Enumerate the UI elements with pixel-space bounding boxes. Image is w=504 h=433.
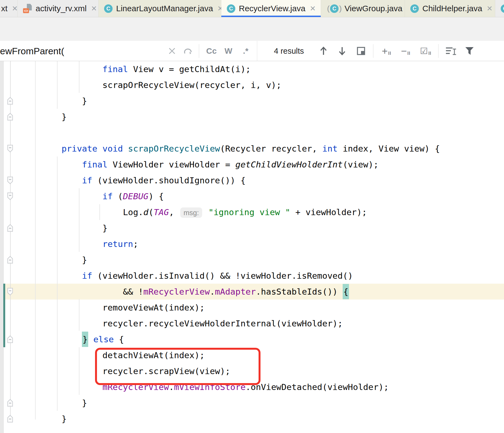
fold-collapse-icon[interactable] xyxy=(7,287,13,296)
tab-c[interactable]: C xyxy=(495,0,504,17)
regex-toggle[interactable]: .* xyxy=(238,41,254,61)
find-bar: ewFromParent( Cc W .* 4 results +II −II … xyxy=(0,41,504,61)
class-icon: C xyxy=(104,4,113,13)
fold-end-icon[interactable] xyxy=(7,256,13,264)
code-line-23: } xyxy=(41,411,504,427)
code-line-8: if (viewHolder.shouldIgnore()) { xyxy=(41,172,504,188)
code-line-1: final View v = getChildAt(i); xyxy=(41,61,504,77)
fold-end-icon[interactable] xyxy=(7,415,13,423)
open-in-find-window-icon[interactable] xyxy=(354,41,368,61)
code-line-3: } xyxy=(41,93,504,109)
gutter-strip xyxy=(0,61,4,433)
ide-window: { "tabs": [ {"label":"xt","kind":"partia… xyxy=(0,0,504,433)
code-line-16: removeViewAt(index); xyxy=(41,300,504,315)
code-line-14: if (viewHolder.isInvalid() && !viewHolde… xyxy=(41,268,504,284)
tab-label: ViewGroup.java xyxy=(345,4,402,13)
fold-collapse-icon[interactable] xyxy=(7,176,13,184)
tab-childhelper-java[interactable]: CChildHelper.java✕ xyxy=(405,0,495,17)
breadcrumb-strip xyxy=(0,17,504,41)
code-line-2: scrapOrRecycleView(recycler, i, v); xyxy=(41,77,504,93)
code-line-4: } xyxy=(41,109,504,125)
tab-label: LinearLayoutManager.java xyxy=(116,4,213,13)
code-line-6: private void scrapOrRecycleView(Recycler… xyxy=(41,141,504,156)
decompiled-paren: ( xyxy=(327,4,330,13)
annotation-red-box xyxy=(95,348,260,385)
add-occurrence-icon[interactable]: +II xyxy=(377,41,396,61)
class-icon: C xyxy=(501,4,504,13)
divider xyxy=(373,44,373,58)
editor-tab-bar: xt✕<>activity_rv.xml✕CLinearLayoutManage… xyxy=(0,0,504,17)
search-history-icon[interactable] xyxy=(181,41,194,61)
class-icon: C xyxy=(330,4,339,13)
tab-label: xt xyxy=(1,4,7,13)
clear-search-icon[interactable] xyxy=(167,41,177,61)
tab-xt[interactable]: xt✕ xyxy=(0,0,18,17)
code-line-7: final ViewHolder viewHolder = getChildVi… xyxy=(41,156,504,172)
code-editor[interactable]: final View v = getChildAt(i); scrapOrRec… xyxy=(0,61,504,433)
decompiled-paren: ) xyxy=(339,4,342,13)
tab-label: ChildHelper.java xyxy=(422,4,482,13)
fold-end-icon[interactable] xyxy=(7,399,13,407)
match-case-toggle[interactable]: Cc xyxy=(203,41,220,61)
filter-icon[interactable] xyxy=(462,41,477,61)
code-line-12: return; xyxy=(41,236,504,252)
tab-label: RecyclerView.java xyxy=(239,4,305,13)
code-line-10: Log.d(TAG, msg: "ignoring view " + viewH… xyxy=(41,204,504,220)
close-tab-icon[interactable]: ✕ xyxy=(310,5,316,12)
class-icon: C xyxy=(410,4,419,13)
tab-activity_rv-xml[interactable]: <>activity_rv.xml✕ xyxy=(18,0,99,17)
fold-collapse-icon[interactable] xyxy=(7,144,13,153)
search-input[interactable]: ewFromParent( xyxy=(0,41,64,61)
whole-words-toggle[interactable]: W xyxy=(221,41,236,61)
divider xyxy=(199,44,199,58)
next-occurrence-icon[interactable] xyxy=(336,41,348,61)
tab-recyclerview-java[interactable]: CRecyclerView.java✕ xyxy=(221,0,321,17)
fold-end-icon[interactable] xyxy=(7,97,13,105)
code-line-22: } xyxy=(41,395,504,411)
code-line-9: if (DEBUG) { xyxy=(41,188,504,204)
indent-guide xyxy=(35,61,36,420)
vcs-change-bar xyxy=(3,284,5,347)
code-line-13: } xyxy=(41,252,504,268)
active-tab-underline xyxy=(221,16,321,17)
fold-end-icon[interactable] xyxy=(7,113,13,121)
fold-collapse-icon[interactable] xyxy=(7,192,13,200)
search-field-edge xyxy=(257,41,257,61)
code-line-11: } xyxy=(41,220,504,236)
search-in-selection-icon[interactable] xyxy=(442,41,460,61)
class-icon: C xyxy=(227,4,235,13)
fold-end-icon[interactable] xyxy=(7,335,13,343)
code-line-18: } else { xyxy=(41,331,504,347)
tab-linearlayoutmanager-java[interactable]: CLinearLayoutManager.java✕ xyxy=(99,0,221,17)
code-line-5 xyxy=(41,125,504,141)
results-count: 4 results xyxy=(274,41,304,61)
tab-viewgroup-java[interactable]: (C)ViewGroup.java✕ xyxy=(321,0,405,17)
tab-label: activity_rv.xml xyxy=(36,4,87,13)
close-tab-icon[interactable]: ✕ xyxy=(91,5,97,12)
fold-end-icon[interactable] xyxy=(7,224,13,232)
xml-file-icon: <> xyxy=(23,4,32,13)
divider xyxy=(438,44,439,58)
close-tab-icon[interactable]: ✕ xyxy=(486,5,492,12)
remove-occurrence-icon[interactable]: −II xyxy=(397,41,415,61)
previous-occurrence-icon[interactable] xyxy=(317,41,330,61)
code-line-15: && !mRecyclerView.mAdapter.hasStableIds(… xyxy=(41,284,504,300)
close-tab-icon[interactable]: ✕ xyxy=(12,5,18,12)
select-all-occurrences-icon[interactable]: ☑II xyxy=(416,41,436,61)
code-line-17: recycler.recycleViewHolderInternal(viewH… xyxy=(41,315,504,331)
